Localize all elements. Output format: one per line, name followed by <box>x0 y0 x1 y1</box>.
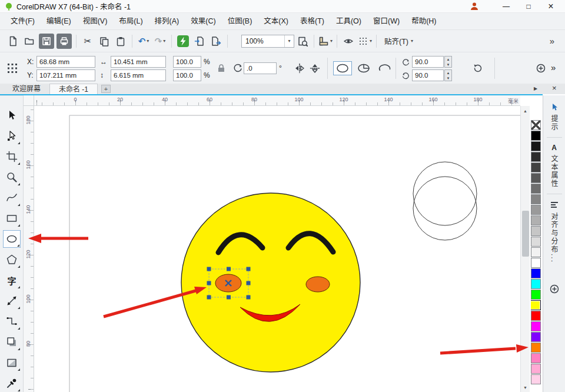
grid-button[interactable]: ▾ <box>357 33 373 49</box>
vertical-scrollbar[interactable]: ▲ ▼ <box>520 106 530 392</box>
green-swatch[interactable] <box>531 290 541 300</box>
gray-80-swatch[interactable] <box>531 152 541 162</box>
gray-50-swatch[interactable] <box>531 184 541 194</box>
undo-button[interactable]: ↶▾ <box>135 33 152 49</box>
spinner-up-icon[interactable]: ▲ <box>445 57 451 62</box>
print-button[interactable] <box>56 34 72 49</box>
white-swatch[interactable] <box>531 258 541 268</box>
cut-button[interactable]: ✂ <box>79 33 96 49</box>
zoom-level-combo[interactable]: 100% ▾ <box>241 35 294 48</box>
outline-circle-bottom[interactable] <box>413 177 477 240</box>
lock-ratio-button[interactable] <box>215 62 227 74</box>
show-rulers-button[interactable]: ▾ <box>317 33 334 49</box>
start-angle-field[interactable]: 90.0 <box>412 56 444 68</box>
dropdown-caret[interactable]: ▾ <box>330 38 333 44</box>
ellipse-mode-button[interactable] <box>333 61 352 75</box>
gray-5-swatch[interactable] <box>531 237 541 247</box>
gray-40-swatch[interactable] <box>531 194 541 204</box>
quick-customize-button[interactable] <box>536 63 546 74</box>
menu-item-help[interactable]: 帮助(H) <box>406 13 442 29</box>
export-button[interactable] <box>208 33 224 49</box>
scroll-down-button[interactable]: ▼ <box>521 383 530 392</box>
polygon-tool-button[interactable] <box>3 251 21 268</box>
object-position-widget[interactable] <box>5 61 20 76</box>
redo-button[interactable]: ↷▾ <box>152 33 168 49</box>
gray-10-swatch[interactable] <box>531 226 541 236</box>
propbar-overflow-button[interactable]: » <box>551 62 556 74</box>
object-width-field[interactable]: 10.451 mm <box>111 56 166 68</box>
chevron-down-icon[interactable]: ▾ <box>284 35 294 47</box>
dropdown-caret[interactable]: ▾ <box>163 38 165 44</box>
dropdown-caret[interactable]: ▾ <box>370 38 372 44</box>
red-swatch[interactable] <box>531 311 541 321</box>
menu-item-table[interactable]: 表格(T) <box>294 13 330 29</box>
selection-handle[interactable] <box>207 295 211 300</box>
scale-y-field[interactable]: 100.0 <box>173 69 201 81</box>
ellipse-tool-button[interactable] <box>3 230 21 248</box>
transparency-tool-button[interactable] <box>3 354 21 371</box>
horizontal-ruler[interactable]: 0 20 40 60 80 100 120 140 160 180 毫米 <box>34 95 520 106</box>
gray-30-swatch[interactable] <box>531 205 541 215</box>
y-position-field[interactable]: 107.211 mm <box>36 69 95 81</box>
mirror-horizontal-button[interactable] <box>293 62 306 75</box>
right-cheek-ellipse[interactable] <box>306 277 330 292</box>
scrollbar-thumb[interactable] <box>522 211 529 257</box>
selection-handle[interactable] <box>247 295 251 300</box>
save-button[interactable] <box>39 34 54 49</box>
close-document-button[interactable]: × <box>552 84 557 92</box>
menu-item-arrange[interactable]: 排列(A) <box>149 13 185 29</box>
gray-2-swatch[interactable] <box>531 247 541 257</box>
selection-handle[interactable] <box>247 281 251 285</box>
selection-handle[interactable] <box>207 281 211 285</box>
new-document-button[interactable] <box>5 33 21 49</box>
spinner-up-icon[interactable]: ▲ <box>445 70 451 75</box>
end-angle-spinner[interactable]: ▲▼ <box>444 69 452 81</box>
menu-item-window[interactable]: 窗口(W) <box>367 13 406 29</box>
x-position-field[interactable]: 68.68 mm <box>36 56 95 68</box>
zoom-tool-button[interactable] <box>3 168 21 186</box>
drawing-canvas[interactable] <box>34 106 520 392</box>
palette-quick-customize-button[interactable] <box>550 284 559 294</box>
gray-90-swatch[interactable] <box>531 141 541 151</box>
pink-swatch[interactable] <box>531 353 541 363</box>
shape-tool-button[interactable] <box>3 127 21 145</box>
selection-handle[interactable] <box>227 267 231 271</box>
connector-tool-button[interactable] <box>3 313 21 330</box>
rotation-angle-field[interactable]: .0 <box>244 62 277 74</box>
end-angle-field[interactable]: 90.0 <box>412 69 444 81</box>
tab-welcome-screen[interactable]: 欢迎屏幕 <box>4 84 49 94</box>
pale-pink-swatch[interactable] <box>531 374 541 384</box>
dropdown-caret[interactable]: ▾ <box>147 38 149 44</box>
vertical-ruler[interactable]: 180 160 140 120 100 80 <box>24 106 34 392</box>
change-direction-button[interactable] <box>471 61 485 75</box>
open-button[interactable] <box>21 33 38 49</box>
import-button[interactable] <box>191 33 208 49</box>
menu-item-text[interactable]: 文本(X) <box>258 13 294 29</box>
selection-handle[interactable] <box>227 295 231 300</box>
menu-item-tools[interactable]: 工具(O) <box>330 13 367 29</box>
ruler-origin-box[interactable] <box>24 95 34 106</box>
tab-scroll-button[interactable]: ▶ <box>534 86 537 91</box>
start-angle-spinner[interactable]: ▲▼ <box>444 56 452 68</box>
menu-item-view[interactable]: 视图(V) <box>77 13 114 29</box>
docker-tab-align-distribute[interactable]: 对齐与分布... <box>549 195 559 268</box>
eyedropper-tool-button[interactable] <box>3 374 21 392</box>
gray-20-swatch[interactable] <box>531 215 541 225</box>
selection-handle[interactable] <box>207 267 211 271</box>
mirror-vertical-button[interactable] <box>308 62 321 75</box>
arc-mode-button[interactable] <box>375 61 394 75</box>
zoom-page-button[interactable] <box>294 33 311 49</box>
tab-document[interactable]: 未命名 -1 <box>49 84 98 94</box>
blue-swatch[interactable] <box>531 268 541 278</box>
menu-item-effects[interactable]: 效果(C) <box>185 13 221 29</box>
toolbar-overflow-button[interactable]: » <box>550 36 560 46</box>
no-color-swatch[interactable] <box>531 120 541 130</box>
menu-item-layout[interactable]: 布局(L) <box>113 13 148 29</box>
orange-swatch[interactable] <box>531 343 541 353</box>
object-height-field[interactable]: 6.615 mm <box>111 69 166 81</box>
spinner-down-icon[interactable]: ▼ <box>445 75 451 81</box>
drop-shadow-tool-button[interactable] <box>3 333 21 351</box>
account-user-icon[interactable] <box>470 2 479 11</box>
view-toggle-button[interactable] <box>340 33 357 49</box>
pie-mode-button[interactable] <box>354 61 373 75</box>
